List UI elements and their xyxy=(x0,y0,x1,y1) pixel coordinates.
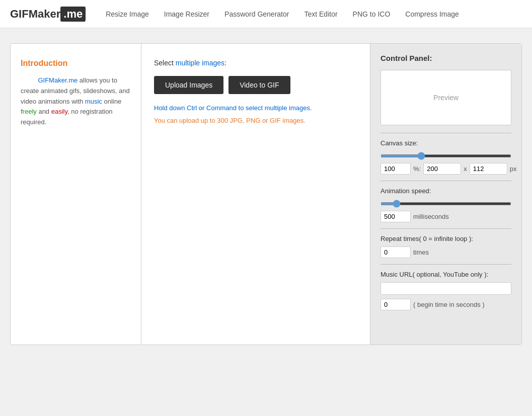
divider-1 xyxy=(381,133,511,133)
canvas-percent-input[interactable] xyxy=(381,163,411,175)
content-panel: Introduction GIFMaker.me allows you to c… xyxy=(10,43,522,345)
sidebar-intro-text: GIFMaker.me allows you to create animate… xyxy=(21,75,131,128)
canvas-unit-text: px xyxy=(510,165,517,173)
repeat-input-row: times xyxy=(381,246,511,258)
sidebar-freely-text: freely xyxy=(21,108,37,115)
begin-time-input[interactable] xyxy=(381,299,411,310)
canvas-percent-symbol: %: xyxy=(413,165,421,173)
logo-link[interactable]: GIFMaker.me xyxy=(10,7,86,22)
sidebar-gifmaker-link[interactable]: GIFMaker.me xyxy=(38,76,78,84)
logo-maker: .me xyxy=(60,7,86,22)
animation-speed-slider[interactable] xyxy=(381,202,511,205)
upload-hint1: Hold down Ctrl or Command to select mult… xyxy=(154,104,357,112)
canvas-x-text: x xyxy=(464,165,467,173)
animation-speed-unit: milliseconds xyxy=(413,213,449,220)
music-url-label: Music URL( optional, YouTube only ): xyxy=(381,271,511,278)
multiple-images-link: multiple images xyxy=(176,59,224,67)
divider-4 xyxy=(381,264,511,265)
nav-compress-image[interactable]: Compress Image xyxy=(405,10,459,18)
begin-time-row: ( begin time in seconds ) xyxy=(381,299,511,310)
upload-hint2: You can upload up to 300 JPG, PNG or GIF… xyxy=(154,117,357,124)
upload-btn-group: Upload Images Video to GIF xyxy=(154,76,357,94)
begin-time-unit: ( begin time in seconds ) xyxy=(413,301,485,308)
canvas-size-slider[interactable] xyxy=(381,154,511,157)
canvas-size-label: Canvas size: xyxy=(381,139,511,147)
header: GIFMaker.me Resize Image Image Resizer P… xyxy=(0,0,532,28)
canvas-input-row: %: x px xyxy=(381,163,511,175)
divider-2 xyxy=(381,181,511,181)
nav-png-to-ico[interactable]: PNG to ICO xyxy=(353,10,391,18)
music-url-input[interactable] xyxy=(381,282,511,295)
sidebar: Introduction GIFMaker.me allows you to c… xyxy=(11,44,141,345)
repeat-unit-text: times xyxy=(413,248,429,256)
logo-gif: GIFMaker xyxy=(10,8,60,21)
animation-input-row: milliseconds xyxy=(381,211,511,222)
canvas-width-input[interactable] xyxy=(423,163,461,175)
canvas-slider-container xyxy=(381,151,511,159)
nav-password-generator[interactable]: Password Generator xyxy=(224,10,289,18)
animation-speed-input[interactable] xyxy=(381,211,411,222)
main-wrapper: Introduction GIFMaker.me allows you to c… xyxy=(0,28,532,360)
nav-text-editor[interactable]: Text Editor xyxy=(304,10,337,18)
nav-resize-image[interactable]: Resize Image xyxy=(106,10,149,18)
canvas-height-input[interactable] xyxy=(470,163,507,175)
nav-image-resizer[interactable]: Image Resizer xyxy=(164,10,209,18)
animation-slider-container xyxy=(381,199,511,207)
upload-area: Select multiple images: Upload Images Vi… xyxy=(141,44,370,345)
sidebar-easily-text: easily xyxy=(51,108,67,115)
upload-images-button[interactable]: Upload Images xyxy=(154,76,223,94)
control-panel: Control Panel: Preview Canvas size: %: x… xyxy=(370,44,521,345)
sidebar-music-link[interactable]: music xyxy=(85,98,102,105)
preview-label: Preview xyxy=(433,94,459,102)
upload-select-label: Select multiple images: xyxy=(154,59,357,67)
control-panel-title: Control Panel: xyxy=(381,54,511,62)
video-to-gif-button[interactable]: Video to GIF xyxy=(229,76,290,94)
animation-speed-label: Animation speed: xyxy=(381,187,511,195)
sidebar-title: Introduction xyxy=(21,59,131,68)
preview-box: Preview xyxy=(381,70,511,125)
main-nav: Resize Image Image Resizer Password Gene… xyxy=(106,10,459,18)
repeat-value-input[interactable] xyxy=(381,246,411,258)
repeat-label: Repeat times( 0 = infinite loop ): xyxy=(381,235,511,242)
divider-3 xyxy=(381,228,511,229)
